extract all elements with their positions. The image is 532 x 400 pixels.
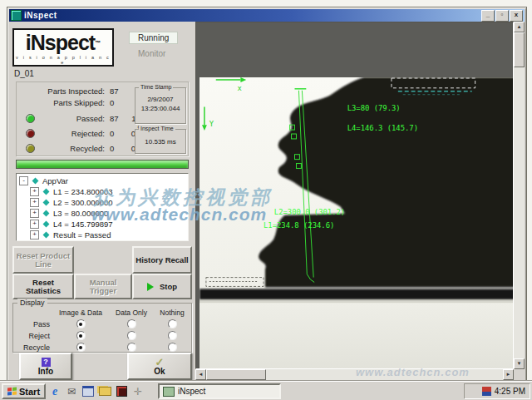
scroll-right-icon[interactable]: ► (503, 369, 514, 380)
expand-icon[interactable]: + (30, 230, 39, 240)
ok-button[interactable]: ✓ Ok (127, 353, 192, 380)
control-panel: iNspect™ v i s i o n a p p l i a n c e R… (9, 22, 196, 380)
mail-icon[interactable]: ✉ (65, 385, 78, 398)
stop-button-label: Stop (160, 283, 177, 291)
reset-product-line-button[interactable]: Reset Product Line (12, 246, 74, 274)
timestamp-date: 2/9/2007 (135, 95, 185, 104)
windows-logo-icon (7, 387, 17, 396)
collapse-icon[interactable]: - (19, 176, 28, 185)
scroll-left-icon[interactable]: ◄ (195, 369, 206, 380)
column-header: Image & Data (53, 309, 108, 317)
tray-network-icon[interactable] (482, 387, 491, 396)
recycled-label: Recycled: (30, 144, 105, 153)
logo: iNspect™ v i s i o n a p p l i a n c e (12, 28, 114, 67)
vertical-scrollbar[interactable]: ▲ ▼ (514, 22, 525, 369)
tree-item[interactable]: + L4 = 145.799897 (19, 219, 188, 230)
tree-root-label: AppVar (42, 176, 68, 185)
system-tray: 4:25 PM (464, 383, 530, 399)
timestamp-legend: Time Stamp (139, 84, 173, 90)
passed-value: 87 (110, 114, 119, 123)
button-grid-spacer (74, 246, 132, 274)
radio-reject-nothing[interactable] (168, 331, 177, 340)
reset-statistics-button[interactable]: Reset Statistics (12, 274, 74, 299)
start-button-label: Start (19, 387, 40, 397)
inspect-window: iNspect _ ▫ x iNspect™ v i s i o n a p p… (7, 7, 527, 383)
measurement-l3: L3=80 (79.3) (347, 104, 401, 112)
row-label-reject: Reject (15, 332, 53, 340)
progress-bar (16, 160, 189, 169)
media-app-icon[interactable] (115, 385, 128, 398)
taskbar: Start e ✉ ✛ iNspect 4:25 PM (0, 381, 532, 400)
history-recall-button[interactable]: History Recall (132, 246, 192, 274)
parts-skipped-label: Parts Skipped: (30, 98, 105, 107)
tree-item[interactable]: + Result = Passed (19, 230, 188, 240)
expand-icon[interactable]: + (30, 198, 39, 207)
info-button[interactable]: ? Info (19, 353, 72, 380)
variable-icon (43, 200, 50, 206)
logo-subtitle: v i s i o n a p p l i a n c e (14, 55, 112, 65)
expand-icon[interactable]: + (30, 209, 39, 218)
logo-title: iNspect (26, 31, 95, 54)
status-running[interactable]: Running (129, 32, 178, 44)
folder-icon[interactable] (98, 385, 111, 398)
window-titlebar[interactable]: iNspect _ ▫ x (9, 9, 525, 22)
image-viewport: x Y L3=80 (79.3) (195, 22, 514, 369)
close-button[interactable]: x (510, 10, 523, 22)
start-button[interactable]: Start (2, 383, 46, 399)
show-desktop-icon[interactable] (81, 385, 95, 398)
desktop: iNspect _ ▫ x iNspect™ v i s i o n a p p… (0, 0, 532, 400)
radio-recycle-nothing[interactable] (168, 343, 177, 352)
stop-button[interactable]: Stop (132, 274, 192, 299)
x-axis-label: x (237, 84, 241, 92)
scrollbar-corner (514, 369, 525, 380)
question-icon: ? (42, 358, 51, 367)
control-buttons: Reset Product Line History Recall Reset … (12, 246, 192, 299)
camera-image[interactable]: x Y L3=80 (79.3) (200, 77, 514, 369)
rejected-label: Rejected: (30, 129, 105, 138)
minimize-button[interactable]: _ (481, 10, 495, 22)
ie-icon[interactable]: e (48, 385, 62, 398)
radio-pass-nothing[interactable] (168, 319, 177, 328)
column-header: Nothing (155, 309, 190, 317)
radio-recycle-image-data[interactable] (76, 343, 86, 352)
tree-item-label: L2 = 300.000000 (53, 198, 113, 207)
check-icon: ✓ (155, 358, 165, 367)
column-header: Data Only (108, 309, 155, 317)
passed-label: Passed: (30, 114, 105, 123)
radio-pass-image-data[interactable] (76, 319, 86, 328)
measurement-l2: L2=300.0 (301.2) (274, 208, 345, 216)
variable-icon (43, 189, 50, 195)
manual-trigger-button[interactable]: Manual Trigger (74, 274, 132, 299)
variable-icon (43, 210, 50, 217)
horizontal-scroll-thumb[interactable] (206, 369, 266, 380)
maximize-button[interactable]: ▫ (495, 10, 509, 22)
tree-item[interactable]: + L3 = 80.000000 (19, 208, 188, 219)
radio-reject-image-data[interactable] (76, 331, 86, 340)
info-button-label: Info (38, 367, 53, 376)
variable-tree[interactable]: - AppVar + L1 = 234.800003 + L2 = 300.00… (16, 173, 189, 241)
scroll-down-icon[interactable]: ▼ (514, 358, 525, 369)
crosshair-icon[interactable]: ✛ (131, 385, 145, 398)
tree-root[interactable]: - AppVar (19, 175, 188, 186)
scroll-up-icon[interactable]: ▲ (514, 22, 525, 32)
rejected-value: 0 (110, 129, 114, 138)
logo-trademark: ™ (95, 40, 101, 46)
tree-item[interactable]: + L2 = 300.000000 (19, 197, 188, 208)
timestamp-box: Time Stamp 2/9/2007 13:25:00.044 (135, 87, 186, 124)
radio-recycle-data-only[interactable] (127, 343, 136, 352)
radio-pass-data-only[interactable] (127, 319, 136, 328)
expand-icon[interactable]: + (30, 187, 39, 196)
status-monitor[interactable]: Monitor (131, 48, 173, 59)
display-legend: Display (17, 299, 47, 307)
parts-skipped-value: 0 (110, 98, 114, 107)
quick-launch: e ✉ ✛ (48, 384, 145, 398)
tree-item[interactable]: + L1 = 234.800003 (19, 186, 188, 197)
window-title: iNspect (24, 11, 480, 20)
app-icon (11, 10, 22, 21)
expand-icon[interactable]: + (30, 220, 39, 229)
taskbar-task-inspect[interactable]: iNspect (158, 383, 281, 399)
horizontal-scrollbar[interactable]: ◄ ► (195, 369, 514, 380)
task-label: iNspect (178, 387, 205, 396)
radio-reject-data-only[interactable] (127, 331, 136, 340)
vertical-scroll-thumb[interactable] (514, 32, 525, 67)
